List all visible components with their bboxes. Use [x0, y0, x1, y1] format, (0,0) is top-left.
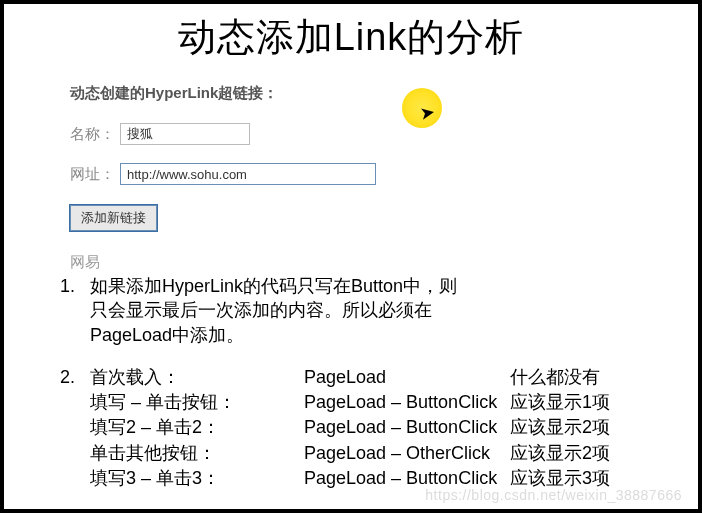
- action-cell: 填写2 – 单击2：: [90, 415, 304, 440]
- hyperlink-form: 动态创建的HyperLink超链接： 名称： 网址： 添加新链接 网易: [70, 84, 570, 272]
- url-label: 网址：: [70, 165, 120, 184]
- result-cell: 应该显示1项: [510, 390, 610, 415]
- note-1-number: 1.: [60, 274, 90, 347]
- table-row: 单击其他按钮： PageLoad – OtherClick 应该显示2项: [90, 441, 610, 466]
- events-cell: PageLoad – OtherClick: [304, 441, 510, 466]
- table-row: 填写2 – 单击2： PageLoad – ButtonClick 应该显示2项: [90, 415, 610, 440]
- note-2-number: 2.: [60, 365, 90, 491]
- result-cell: 应该显示2项: [510, 415, 610, 440]
- add-link-button[interactable]: 添加新链接: [70, 205, 157, 231]
- note-2: 2. 首次载入： PageLoad 什么都没有 填写 – 单击按钮： PageL…: [60, 365, 660, 491]
- result-cell: 什么都没有: [510, 365, 610, 390]
- name-label: 名称：: [70, 125, 120, 144]
- action-cell: 单击其他按钮：: [90, 441, 304, 466]
- table-row: 首次载入： PageLoad 什么都没有: [90, 365, 610, 390]
- existing-link[interactable]: 网易: [70, 253, 570, 272]
- note-1: 1. 如果添加HyperLink的代码只写在Button中，则只会显示最后一次添…: [60, 274, 660, 347]
- event-table: 首次载入： PageLoad 什么都没有 填写 – 单击按钮： PageLoad…: [90, 365, 610, 491]
- name-row: 名称：: [70, 123, 570, 145]
- slide-title: 动态添加Link的分析: [4, 12, 698, 63]
- action-cell: 填写3 – 单击3：: [90, 466, 304, 491]
- notes-list: 1. 如果添加HyperLink的代码只写在Button中，则只会显示最后一次添…: [60, 274, 660, 491]
- url-row: 网址：: [70, 163, 570, 185]
- slide-page: 动态添加Link的分析 ➤ 动态创建的HyperLink超链接： 名称： 网址：…: [4, 4, 698, 509]
- form-heading: 动态创建的HyperLink超链接：: [70, 84, 570, 103]
- action-cell: 填写 – 单击按钮：: [90, 390, 304, 415]
- table-row: 填写 – 单击按钮： PageLoad – ButtonClick 应该显示1项: [90, 390, 610, 415]
- url-input[interactable]: [120, 163, 376, 185]
- name-input[interactable]: [120, 123, 250, 145]
- events-cell: PageLoad: [304, 365, 510, 390]
- note-1-text: 如果添加HyperLink的代码只写在Button中，则只会显示最后一次添加的内…: [90, 274, 460, 347]
- watermark: https://blog.csdn.net/weixin_38887666: [425, 487, 682, 503]
- events-cell: PageLoad – ButtonClick: [304, 390, 510, 415]
- events-cell: PageLoad – ButtonClick: [304, 415, 510, 440]
- result-cell: 应该显示2项: [510, 441, 610, 466]
- action-cell: 首次载入：: [90, 365, 304, 390]
- note-2-body: 首次载入： PageLoad 什么都没有 填写 – 单击按钮： PageLoad…: [90, 365, 610, 491]
